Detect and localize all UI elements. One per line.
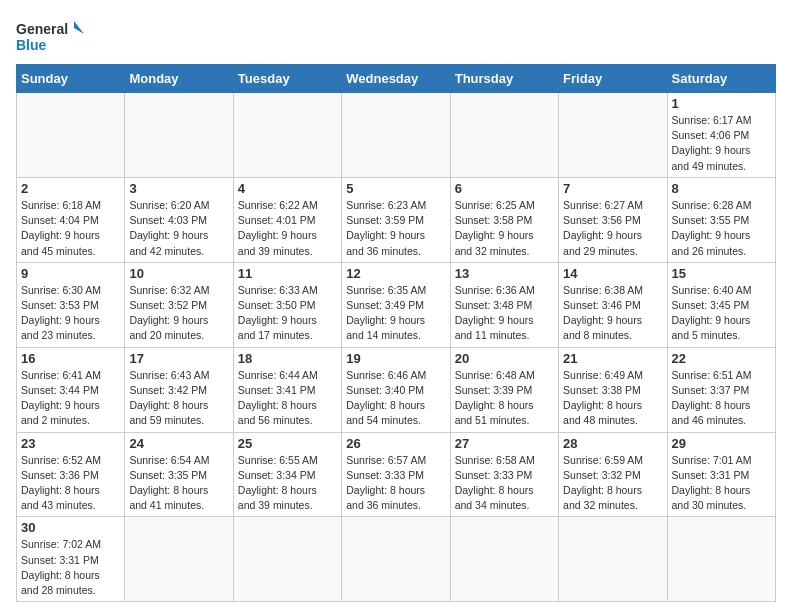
calendar-cell: 3Sunrise: 6:20 AM Sunset: 4:03 PM Daylig… [125, 177, 233, 262]
day-number: 11 [238, 266, 337, 281]
calendar-cell [667, 517, 775, 602]
day-info: Sunrise: 6:48 AM Sunset: 3:39 PM Dayligh… [455, 368, 554, 429]
calendar-cell [125, 517, 233, 602]
header: General Blue [16, 16, 776, 56]
calendar-cell: 8Sunrise: 6:28 AM Sunset: 3:55 PM Daylig… [667, 177, 775, 262]
day-info: Sunrise: 7:01 AM Sunset: 3:31 PM Dayligh… [672, 453, 771, 514]
day-number: 14 [563, 266, 662, 281]
day-info: Sunrise: 6:23 AM Sunset: 3:59 PM Dayligh… [346, 198, 445, 259]
calendar-table: SundayMondayTuesdayWednesdayThursdayFrid… [16, 64, 776, 602]
calendar-cell [17, 93, 125, 178]
calendar-cell: 17Sunrise: 6:43 AM Sunset: 3:42 PM Dayli… [125, 347, 233, 432]
calendar-cell: 14Sunrise: 6:38 AM Sunset: 3:46 PM Dayli… [559, 262, 667, 347]
day-info: Sunrise: 6:58 AM Sunset: 3:33 PM Dayligh… [455, 453, 554, 514]
svg-marker-2 [74, 21, 84, 34]
day-info: Sunrise: 6:38 AM Sunset: 3:46 PM Dayligh… [563, 283, 662, 344]
day-number: 12 [346, 266, 445, 281]
day-info: Sunrise: 6:33 AM Sunset: 3:50 PM Dayligh… [238, 283, 337, 344]
calendar-cell: 4Sunrise: 6:22 AM Sunset: 4:01 PM Daylig… [233, 177, 341, 262]
day-number: 10 [129, 266, 228, 281]
weekday-header: Thursday [450, 65, 558, 93]
logo-svg: General Blue [16, 16, 86, 56]
calendar-cell: 30Sunrise: 7:02 AM Sunset: 3:31 PM Dayli… [17, 517, 125, 602]
day-info: Sunrise: 6:57 AM Sunset: 3:33 PM Dayligh… [346, 453, 445, 514]
calendar-cell [450, 93, 558, 178]
calendar-cell: 24Sunrise: 6:54 AM Sunset: 3:35 PM Dayli… [125, 432, 233, 517]
day-number: 8 [672, 181, 771, 196]
calendar-cell: 1Sunrise: 6:17 AM Sunset: 4:06 PM Daylig… [667, 93, 775, 178]
calendar-cell: 10Sunrise: 6:32 AM Sunset: 3:52 PM Dayli… [125, 262, 233, 347]
calendar-cell: 2Sunrise: 6:18 AM Sunset: 4:04 PM Daylig… [17, 177, 125, 262]
calendar-header: SundayMondayTuesdayWednesdayThursdayFrid… [17, 65, 776, 93]
calendar-cell [233, 93, 341, 178]
calendar-week-row: 9Sunrise: 6:30 AM Sunset: 3:53 PM Daylig… [17, 262, 776, 347]
calendar-cell: 21Sunrise: 6:49 AM Sunset: 3:38 PM Dayli… [559, 347, 667, 432]
day-number: 28 [563, 436, 662, 451]
day-info: Sunrise: 6:22 AM Sunset: 4:01 PM Dayligh… [238, 198, 337, 259]
weekday-header: Wednesday [342, 65, 450, 93]
day-number: 23 [21, 436, 120, 451]
calendar-cell: 19Sunrise: 6:46 AM Sunset: 3:40 PM Dayli… [342, 347, 450, 432]
day-number: 4 [238, 181, 337, 196]
calendar-cell: 23Sunrise: 6:52 AM Sunset: 3:36 PM Dayli… [17, 432, 125, 517]
day-info: Sunrise: 6:49 AM Sunset: 3:38 PM Dayligh… [563, 368, 662, 429]
day-info: Sunrise: 6:25 AM Sunset: 3:58 PM Dayligh… [455, 198, 554, 259]
day-number: 9 [21, 266, 120, 281]
day-info: Sunrise: 6:17 AM Sunset: 4:06 PM Dayligh… [672, 113, 771, 174]
calendar-cell: 29Sunrise: 7:01 AM Sunset: 3:31 PM Dayli… [667, 432, 775, 517]
weekday-header: Saturday [667, 65, 775, 93]
day-info: Sunrise: 6:52 AM Sunset: 3:36 PM Dayligh… [21, 453, 120, 514]
day-number: 18 [238, 351, 337, 366]
calendar-body: 1Sunrise: 6:17 AM Sunset: 4:06 PM Daylig… [17, 93, 776, 602]
day-number: 5 [346, 181, 445, 196]
calendar-cell [342, 93, 450, 178]
day-number: 22 [672, 351, 771, 366]
day-number: 19 [346, 351, 445, 366]
day-info: Sunrise: 6:27 AM Sunset: 3:56 PM Dayligh… [563, 198, 662, 259]
day-number: 13 [455, 266, 554, 281]
calendar-cell: 6Sunrise: 6:25 AM Sunset: 3:58 PM Daylig… [450, 177, 558, 262]
day-number: 16 [21, 351, 120, 366]
day-number: 21 [563, 351, 662, 366]
day-number: 30 [21, 520, 120, 535]
day-info: Sunrise: 6:32 AM Sunset: 3:52 PM Dayligh… [129, 283, 228, 344]
day-info: Sunrise: 6:43 AM Sunset: 3:42 PM Dayligh… [129, 368, 228, 429]
calendar-cell [233, 517, 341, 602]
day-info: Sunrise: 6:35 AM Sunset: 3:49 PM Dayligh… [346, 283, 445, 344]
calendar-cell: 28Sunrise: 6:59 AM Sunset: 3:32 PM Dayli… [559, 432, 667, 517]
day-number: 2 [21, 181, 120, 196]
calendar-cell: 11Sunrise: 6:33 AM Sunset: 3:50 PM Dayli… [233, 262, 341, 347]
day-info: Sunrise: 6:59 AM Sunset: 3:32 PM Dayligh… [563, 453, 662, 514]
calendar-cell: 13Sunrise: 6:36 AM Sunset: 3:48 PM Dayli… [450, 262, 558, 347]
day-number: 6 [455, 181, 554, 196]
calendar-cell [559, 517, 667, 602]
day-number: 3 [129, 181, 228, 196]
day-info: Sunrise: 6:40 AM Sunset: 3:45 PM Dayligh… [672, 283, 771, 344]
day-info: Sunrise: 7:02 AM Sunset: 3:31 PM Dayligh… [21, 537, 120, 598]
day-info: Sunrise: 6:20 AM Sunset: 4:03 PM Dayligh… [129, 198, 228, 259]
calendar-cell: 9Sunrise: 6:30 AM Sunset: 3:53 PM Daylig… [17, 262, 125, 347]
calendar-week-row: 1Sunrise: 6:17 AM Sunset: 4:06 PM Daylig… [17, 93, 776, 178]
day-number: 17 [129, 351, 228, 366]
weekday-header-row: SundayMondayTuesdayWednesdayThursdayFrid… [17, 65, 776, 93]
calendar-week-row: 16Sunrise: 6:41 AM Sunset: 3:44 PM Dayli… [17, 347, 776, 432]
calendar-cell: 15Sunrise: 6:40 AM Sunset: 3:45 PM Dayli… [667, 262, 775, 347]
calendar-cell: 5Sunrise: 6:23 AM Sunset: 3:59 PM Daylig… [342, 177, 450, 262]
day-info: Sunrise: 6:55 AM Sunset: 3:34 PM Dayligh… [238, 453, 337, 514]
calendar-cell: 25Sunrise: 6:55 AM Sunset: 3:34 PM Dayli… [233, 432, 341, 517]
day-number: 1 [672, 96, 771, 111]
day-info: Sunrise: 6:18 AM Sunset: 4:04 PM Dayligh… [21, 198, 120, 259]
calendar-cell: 20Sunrise: 6:48 AM Sunset: 3:39 PM Dayli… [450, 347, 558, 432]
weekday-header: Tuesday [233, 65, 341, 93]
day-number: 29 [672, 436, 771, 451]
day-number: 25 [238, 436, 337, 451]
calendar-week-row: 23Sunrise: 6:52 AM Sunset: 3:36 PM Dayli… [17, 432, 776, 517]
day-info: Sunrise: 6:54 AM Sunset: 3:35 PM Dayligh… [129, 453, 228, 514]
weekday-header: Sunday [17, 65, 125, 93]
day-info: Sunrise: 6:51 AM Sunset: 3:37 PM Dayligh… [672, 368, 771, 429]
day-number: 24 [129, 436, 228, 451]
day-number: 27 [455, 436, 554, 451]
calendar-cell: 27Sunrise: 6:58 AM Sunset: 3:33 PM Dayli… [450, 432, 558, 517]
calendar-cell: 26Sunrise: 6:57 AM Sunset: 3:33 PM Dayli… [342, 432, 450, 517]
calendar-cell: 18Sunrise: 6:44 AM Sunset: 3:41 PM Dayli… [233, 347, 341, 432]
